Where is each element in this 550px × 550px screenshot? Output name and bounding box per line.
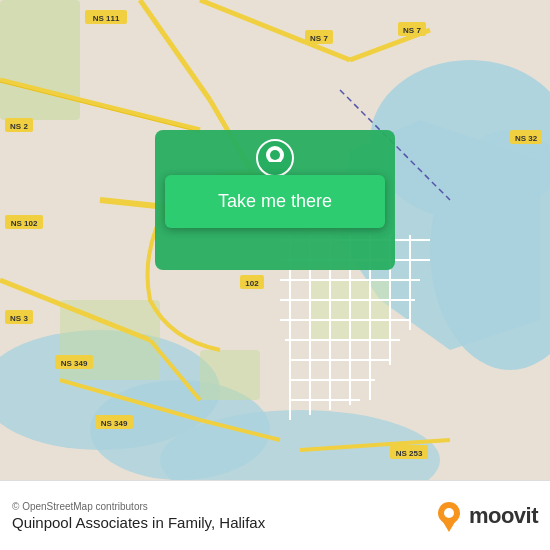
svg-text:NS 7: NS 7 xyxy=(403,26,421,35)
take-me-there-button[interactable]: Take me there xyxy=(165,175,385,228)
svg-text:NS 2: NS 2 xyxy=(10,122,28,131)
place-name: Quinpool Associates in Family, Halifax xyxy=(12,514,265,531)
svg-text:NS 102: NS 102 xyxy=(11,219,38,228)
moovit-pin-icon xyxy=(433,500,465,532)
bottom-bar: © OpenStreetMap contributors Quinpool As… xyxy=(0,480,550,550)
svg-text:NS 7: NS 7 xyxy=(310,34,328,43)
moovit-brand-text: moovit xyxy=(469,503,538,529)
svg-text:NS 349: NS 349 xyxy=(61,359,88,368)
svg-text:NS 253: NS 253 xyxy=(396,449,423,458)
map-container: NS 111 NS 2 NS 2 NS 102 102 NS 3 NS 349 … xyxy=(0,0,550,480)
svg-rect-7 xyxy=(0,0,80,120)
svg-rect-9 xyxy=(200,350,260,400)
svg-text:NS 111: NS 111 xyxy=(93,14,120,23)
svg-text:NS 3: NS 3 xyxy=(10,314,28,323)
svg-text:NS 349: NS 349 xyxy=(101,419,128,428)
map-attribution: © OpenStreetMap contributors xyxy=(12,501,265,512)
svg-text:102: 102 xyxy=(245,279,259,288)
map-svg: NS 111 NS 2 NS 2 NS 102 102 NS 3 NS 349 … xyxy=(0,0,550,480)
svg-point-70 xyxy=(444,508,454,518)
bottom-left: © OpenStreetMap contributors Quinpool As… xyxy=(12,501,265,531)
svg-marker-71 xyxy=(443,522,455,532)
moovit-logo: moovit xyxy=(433,500,538,532)
svg-text:NS 32: NS 32 xyxy=(515,134,538,143)
svg-point-68 xyxy=(270,150,280,160)
